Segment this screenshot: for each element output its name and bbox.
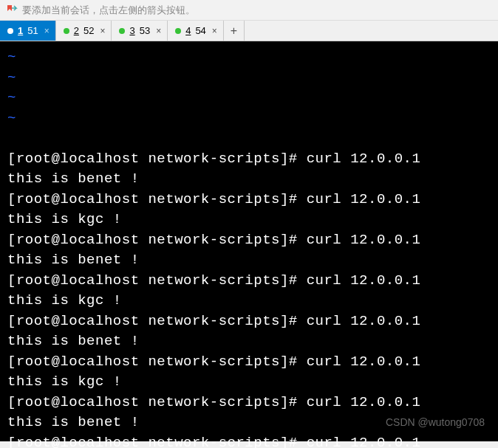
status-dot-icon <box>64 28 69 34</box>
tab-number: 3 <box>129 25 134 36</box>
command-line: [root@localhost network-scripts]# curl 1… <box>7 311 491 332</box>
vim-tilde: ~ <box>7 68 491 89</box>
hint-text: 要添加当前会话，点击左侧的箭头按钮。 <box>22 4 195 17</box>
command-line: [root@localhost network-scripts]# curl 1… <box>7 352 491 373</box>
output-line: this is kgc ! <box>7 210 491 230</box>
tab-number: 2 <box>74 25 79 36</box>
output-line: this is benet ! <box>7 250 491 271</box>
status-dot-icon <box>7 28 13 34</box>
watermark: CSDN @wutong0708 <box>386 413 485 433</box>
tab-54[interactable]: 4 54× <box>168 21 224 41</box>
command-line: [root@localhost network-scripts]# curl 1… <box>7 190 491 210</box>
close-icon[interactable]: × <box>211 26 219 36</box>
output-line: this is benet ! <box>7 169 491 190</box>
vim-tilde: ~ <box>7 47 491 68</box>
output-line: this is kgc ! <box>7 291 491 311</box>
tab-53[interactable]: 3 53× <box>112 21 168 41</box>
tab-51[interactable]: 1 51× <box>0 21 56 41</box>
tab-label: 54 <box>195 25 205 36</box>
tab-label: 51 <box>27 25 38 36</box>
close-icon[interactable]: × <box>98 26 106 36</box>
vim-tilde: ~ <box>7 108 491 129</box>
tab-bar: 1 51×2 52×3 53×4 54×+ <box>0 21 498 41</box>
tab-label: 52 <box>83 25 94 36</box>
blank-line <box>7 128 491 149</box>
status-dot-icon <box>175 28 181 34</box>
bookmark-arrow-icon <box>6 4 18 16</box>
command-line: [root@localhost network-scripts]# curl 1… <box>7 149 491 170</box>
vim-tilde: ~ <box>7 88 491 108</box>
close-icon[interactable]: × <box>154 26 163 36</box>
command-line: [root@localhost network-scripts]# curl 1… <box>7 393 491 413</box>
command-line: [root@localhost network-scripts]# curl 1… <box>7 433 491 449</box>
tab-number: 4 <box>185 25 191 36</box>
close-icon[interactable]: × <box>43 26 51 36</box>
tab-number: 1 <box>18 25 23 36</box>
add-tab-button[interactable]: + <box>224 21 245 41</box>
command-line: [root@localhost network-scripts]# curl 1… <box>7 230 491 251</box>
tab-52[interactable]: 2 52× <box>56 21 112 41</box>
output-line: this is benet ! <box>7 331 491 352</box>
output-line: this is kgc ! <box>7 372 491 393</box>
status-dot-icon <box>119 28 125 34</box>
hint-bar: 要添加当前会话，点击左侧的箭头按钮。 <box>0 0 498 21</box>
command-line: [root@localhost network-scripts]# curl 1… <box>7 271 491 292</box>
terminal[interactable]: ~~~~ [root@localhost network-scripts]# c… <box>0 41 498 441</box>
tab-label: 53 <box>140 25 150 36</box>
